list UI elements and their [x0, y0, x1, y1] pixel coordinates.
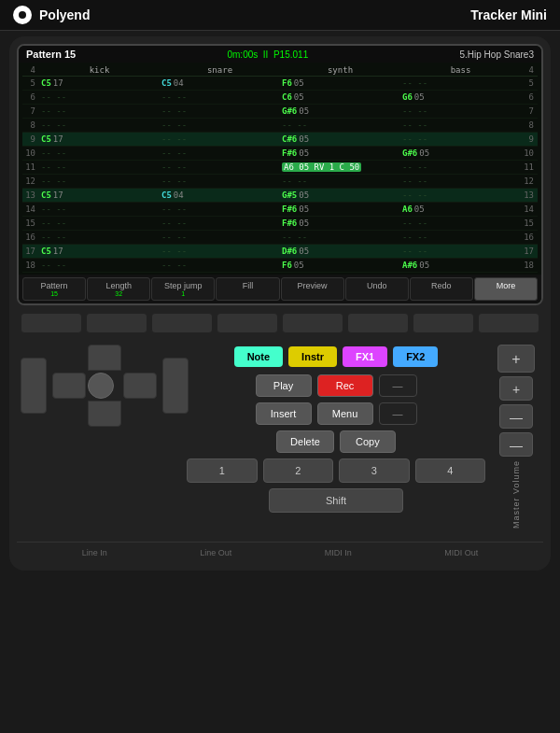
vol-label: Master Volume: [511, 460, 521, 529]
pattern-row: 5 C5 17 C5 04 F6 05 -- -- 5: [22, 77, 538, 91]
vol-down-small[interactable]: —: [499, 404, 533, 429]
pattern-row: 9 C5 17 -- -- C#6 05 -- -- 9: [22, 133, 538, 147]
time-display: 0m:00s II P15.011: [227, 49, 308, 60]
col-synth: synth: [280, 65, 400, 75]
controls-section: Note Instr FX1 FX2 Play Rec — Insert Men…: [17, 341, 543, 532]
menu-button[interactable]: Menu: [317, 402, 373, 425]
pattern-row: 12 -- -- -- -- -- -- -- -- 12: [22, 175, 538, 189]
tab-redo[interactable]: Redo: [410, 277, 473, 301]
tab-pattern[interactable]: Pattern 15: [22, 277, 86, 301]
fx2-button[interactable]: FX2: [393, 346, 438, 367]
pattern-row: 17 C5 17 -- -- D#6 05 -- -- 17: [22, 245, 538, 259]
copy-button[interactable]: Copy: [340, 430, 396, 453]
dpad-right[interactable]: [123, 373, 157, 399]
play-rec-row: Play Rec —: [187, 374, 485, 397]
tab-length[interactable]: Length 32: [87, 277, 150, 301]
vol-down-large[interactable]: —: [499, 432, 533, 457]
rec-button[interactable]: Rec: [317, 374, 373, 397]
pattern-grid: 4 kick snare synth bass 4 5 C5 17 C5 04 …: [19, 63, 541, 275]
hw-button-1[interactable]: [21, 313, 82, 333]
pattern-row: 16 -- -- -- -- -- -- -- -- 16: [22, 231, 538, 245]
pattern-row: 8 -- -- -- -- -- -- -- -- 8: [22, 119, 538, 133]
pad-area: [21, 345, 179, 529]
top-bar: Polyend Tracker Mini: [0, 0, 560, 31]
screen: Pattern 15 0m:00s II P15.011 5.Hip Hop S…: [17, 44, 543, 305]
pattern-row: 15 -- -- -- -- F#6 05 -- -- 15: [22, 217, 538, 231]
col-bass: bass: [400, 65, 521, 75]
insert-button[interactable]: Insert: [256, 402, 312, 425]
hw-button-5[interactable]: [282, 313, 343, 333]
num-row: 1 2 3 4: [187, 458, 485, 483]
hw-button-4[interactable]: [217, 313, 278, 333]
instr-button[interactable]: Instr: [288, 346, 337, 367]
master-volume: + + — — Master Volume: [493, 345, 539, 529]
num-button-2[interactable]: 2: [263, 458, 334, 483]
hw-button-2[interactable]: [86, 313, 147, 333]
right-pad-top[interactable]: [162, 358, 189, 414]
dash-button-2[interactable]: —: [379, 402, 417, 425]
tab-stepjump[interactable]: Step jump 1: [151, 277, 215, 301]
vol-up-small[interactable]: +: [499, 376, 533, 401]
connector-line-in: Line In: [82, 548, 107, 557]
connector-line-out: Line Out: [200, 548, 231, 557]
tab-undo[interactable]: Undo: [345, 277, 409, 301]
delete-button[interactable]: Delete: [276, 430, 334, 453]
right-controls: Note Instr FX1 FX2 Play Rec — Insert Men…: [187, 345, 485, 529]
tab-fill[interactable]: Fill: [216, 277, 279, 301]
delete-copy-row: Delete Copy: [187, 430, 485, 453]
fx1-button[interactable]: FX1: [343, 346, 387, 367]
connector-midi-in: MIDI In: [325, 548, 352, 557]
pattern-row: 13 C5 17 C5 04 G#5 05 -- -- 13: [22, 189, 538, 203]
tab-preview[interactable]: Preview: [281, 277, 344, 301]
hw-button-7[interactable]: [413, 313, 474, 333]
shift-button[interactable]: Shift: [269, 488, 403, 513]
num-button-4[interactable]: 4: [415, 458, 486, 483]
track-info: 5.Hip Hop Snare3: [459, 49, 534, 60]
hw-button-6[interactable]: [347, 313, 409, 333]
hw-button-8[interactable]: [478, 313, 539, 333]
shift-row: Shift: [187, 488, 485, 513]
left-pad-top[interactable]: [21, 358, 47, 414]
col-kick: kick: [39, 65, 160, 75]
connectors: Line In Line Out MIDI In MIDI Out: [17, 542, 543, 563]
pattern-row: 14 -- -- -- -- F#6 05 A6 05 14: [22, 203, 538, 217]
grid-header: 4 kick snare synth bass 4: [22, 64, 538, 77]
hw-button-3[interactable]: [151, 313, 213, 333]
screen-header: Pattern 15 0m:00s II P15.011 5.Hip Hop S…: [19, 46, 541, 63]
pattern-label: Pattern 15: [26, 49, 76, 60]
mode-buttons: Note Instr FX1 FX2: [187, 345, 485, 369]
dash-button-1[interactable]: —: [379, 374, 417, 397]
pattern-row: 10 -- -- -- -- F#6 05 G#6 05 10: [22, 147, 538, 161]
dpad-up[interactable]: [88, 345, 121, 371]
pattern-row: 6 -- -- -- -- C6 05 G6 05 6: [22, 91, 538, 105]
num-button-1[interactable]: 1: [187, 458, 258, 483]
note-button[interactable]: Note: [234, 346, 283, 367]
vol-up-large[interactable]: +: [497, 345, 535, 373]
connector-midi-out: MIDI Out: [444, 548, 478, 557]
play-button[interactable]: Play: [256, 374, 312, 397]
tab-more[interactable]: More: [474, 277, 538, 301]
brand: Polyend: [13, 6, 90, 24]
num-button-3[interactable]: 3: [339, 458, 410, 483]
col-snare: snare: [160, 65, 280, 75]
pattern-row: 7 -- -- -- -- G#6 05 -- -- 7: [22, 105, 538, 119]
dpad-down[interactable]: [88, 401, 121, 427]
dpad-center[interactable]: [88, 373, 114, 399]
device-body: Pattern 15 0m:00s II P15.011 5.Hip Hop S…: [9, 36, 551, 571]
device-name: Tracker Mini: [470, 7, 547, 22]
pattern-row-selected: 11 -- -- -- -- A6 05 RV 1 C 50 -- -- 11: [22, 161, 538, 175]
dpad: [52, 345, 157, 427]
insert-menu-row: Insert Menu —: [187, 402, 485, 425]
brand-logo: [13, 6, 32, 24]
screen-tabs: Pattern 15 Length 32 Step jump 1 Fill Pr…: [19, 275, 541, 303]
hw-buttons-row: [17, 311, 543, 335]
pattern-row: 18 -- -- -- -- F6 05 A#6 05 18: [22, 259, 538, 273]
brand-name: Polyend: [39, 7, 90, 22]
dpad-left[interactable]: [52, 373, 86, 399]
